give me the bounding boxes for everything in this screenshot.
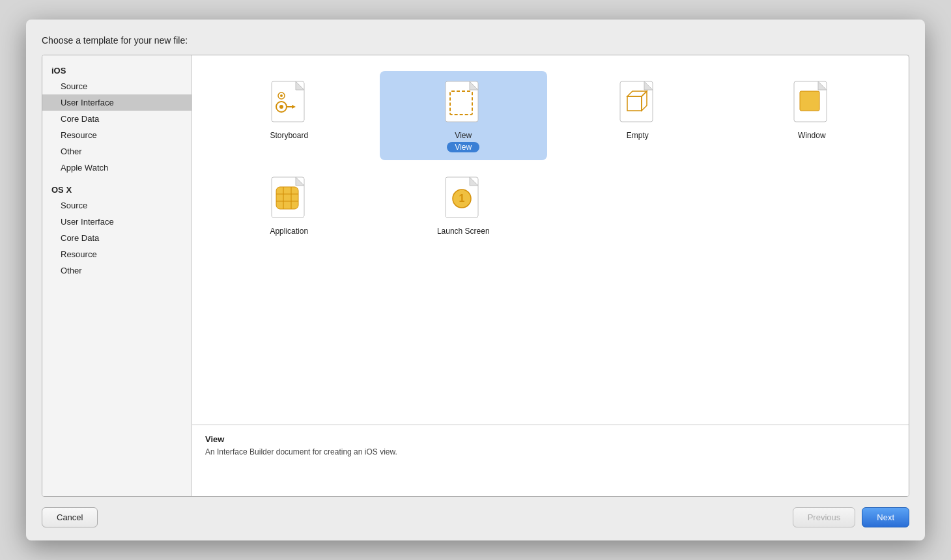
template-item-view[interactable]: View View	[380, 71, 548, 160]
application-label-wrap: Application	[270, 227, 308, 236]
dialog-body: iOS Source User Interface Core Data Reso…	[42, 55, 909, 497]
dialog-footer: Cancel Previous Next	[42, 507, 909, 527]
storyboard-label-wrap: Storyboard	[270, 131, 308, 140]
template-item-application[interactable]: Application	[205, 167, 373, 244]
cancel-button[interactable]: Cancel	[42, 507, 98, 527]
template-grid: Storyboard View Vi	[192, 55, 909, 425]
sidebar-item-ios-source[interactable]: Source	[42, 78, 192, 94]
view-label: View	[455, 131, 472, 140]
storyboard-icon	[266, 79, 313, 126]
view-label-wrap: View View	[447, 131, 479, 152]
sidebar-item-osx-source[interactable]: Source	[42, 197, 192, 214]
desc-text: An Interface Builder document for creati…	[205, 447, 896, 456]
application-label: Application	[270, 227, 308, 236]
empty-label-wrap: Empty	[627, 131, 649, 140]
footer-right: Previous Next	[793, 507, 909, 527]
view-icon	[440, 79, 487, 126]
sidebar-item-ios-other[interactable]: Other	[42, 143, 192, 160]
dialog-title: Choose a template for your new file:	[42, 35, 909, 46]
sidebar: iOS Source User Interface Core Data Reso…	[42, 55, 192, 496]
desc-title: View	[205, 434, 896, 444]
sidebar-item-ios-coredata[interactable]: Core Data	[42, 111, 192, 127]
application-icon	[266, 175, 313, 221]
next-button[interactable]: Next	[862, 507, 909, 527]
window-label-wrap: Window	[798, 131, 826, 140]
svg-rect-21	[276, 187, 298, 209]
sidebar-item-osx-resource[interactable]: Resource	[42, 246, 192, 262]
sidebar-item-osx-ui[interactable]: User Interface	[42, 214, 192, 230]
storyboard-label: Storyboard	[270, 131, 308, 140]
svg-point-7	[280, 94, 283, 97]
sidebar-item-ios-ui[interactable]: User Interface	[42, 94, 192, 111]
launchscreen-icon: 1	[440, 175, 487, 221]
svg-text:1: 1	[459, 193, 465, 204]
window-icon	[788, 79, 835, 126]
launchscreen-label: Launch Screen	[437, 227, 490, 236]
view-selected-badge: View	[447, 142, 479, 152]
previous-button[interactable]: Previous	[793, 507, 856, 527]
template-dialog: Choose a template for your new file: iOS…	[26, 20, 925, 540]
window-label: Window	[798, 131, 826, 140]
sidebar-item-osx-coredata[interactable]: Core Data	[42, 230, 192, 246]
svg-point-3	[279, 105, 283, 109]
empty-label: Empty	[627, 131, 649, 140]
sidebar-group-ios: iOS	[42, 62, 192, 78]
sidebar-item-ios-applewatch[interactable]: Apple Watch	[42, 160, 192, 176]
svg-rect-18	[800, 91, 819, 111]
template-item-empty[interactable]: Empty	[554, 71, 722, 160]
sidebar-item-osx-other[interactable]: Other	[42, 262, 192, 279]
template-item-storyboard[interactable]: Storyboard	[205, 71, 373, 160]
content-area: Storyboard View Vi	[192, 55, 909, 496]
template-item-window[interactable]: Window	[728, 71, 896, 160]
sidebar-group-osx: OS X	[42, 181, 192, 197]
launchscreen-label-wrap: Launch Screen	[437, 227, 490, 236]
empty-icon	[614, 79, 661, 126]
sidebar-item-ios-resource[interactable]: Resource	[42, 127, 192, 143]
description-panel: View An Interface Builder document for c…	[192, 425, 909, 496]
template-item-launchscreen[interactable]: 1 Launch Screen	[380, 167, 548, 244]
